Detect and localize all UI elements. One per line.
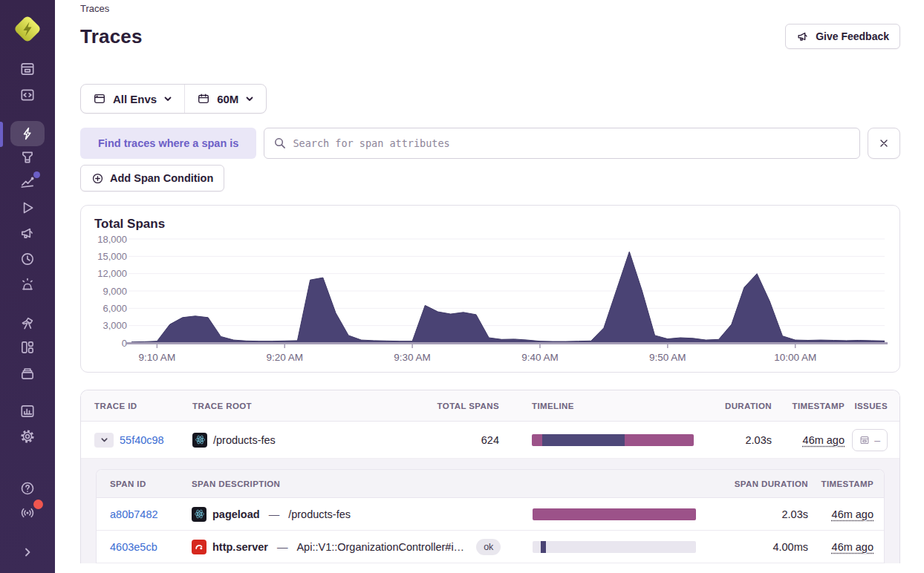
sidebar-item-profiling[interactable] — [10, 146, 45, 168]
dashboard-icon — [19, 339, 36, 356]
sidebar-item-stats[interactable] — [10, 400, 45, 422]
collapse-trace-button[interactable] — [94, 433, 114, 448]
stats-icon — [19, 403, 36, 419]
col-total-spans: TOTAL SPANS — [410, 402, 499, 410]
active-nav-indicator — [0, 122, 3, 147]
chevron-down-icon — [245, 94, 254, 103]
col-span-duration: SPAN DURATION — [689, 479, 808, 488]
sidebar-item-settings[interactable] — [10, 425, 45, 448]
trace-row: 55f40c98 /products-fes 624 2.03s 46m ago — [81, 422, 899, 459]
span-op: pageload — [212, 508, 260, 520]
svg-text:15,000: 15,000 — [97, 251, 127, 262]
megaphone-icon — [796, 30, 810, 43]
sidebar-item-whats-new[interactable] — [10, 502, 45, 524]
clock-history-icon — [19, 251, 36, 267]
sidebar-collapse-button[interactable] — [10, 541, 45, 563]
total-spans-panel: Total Spans 03,0006,0009,00012,00015,000… — [80, 205, 900, 373]
span-id-link[interactable]: 4603e5cb — [110, 541, 157, 553]
sidebar-item-releases[interactable] — [10, 248, 45, 270]
plus-circle-icon — [91, 172, 104, 185]
chart-title: Total Spans — [94, 217, 886, 232]
svg-text:18,000: 18,000 — [97, 234, 127, 245]
col-span-timestamp: TIMESTAMP — [808, 479, 873, 488]
issues-count: – — [874, 434, 880, 446]
sidebar-item-issues[interactable] — [10, 58, 45, 80]
whats-new-notification-dot — [33, 500, 43, 509]
issues-icon — [859, 435, 870, 445]
col-issues: ISSUES — [845, 402, 888, 410]
telescope-icon — [19, 315, 36, 331]
sidebar-item-feedback[interactable] — [10, 222, 45, 244]
total-spans-value: 624 — [410, 434, 499, 446]
add-span-condition-button[interactable]: Add Span Condition — [80, 165, 224, 191]
sidebar-item-discover[interactable] — [10, 312, 45, 334]
traces-table-header: TRACE ID TRACE ROOT TOTAL SPANS TIMELINE… — [81, 390, 899, 422]
gear-icon — [19, 428, 36, 445]
span-id-link[interactable]: a80b7482 — [110, 508, 158, 520]
trace-root-label: /products-fes — [213, 434, 276, 446]
main-content: Traces Traces Give Feedback All Envs 60M… — [55, 0, 924, 573]
clear-search-button[interactable] — [868, 128, 900, 159]
lightning-icon — [20, 126, 35, 141]
megaphone-icon — [19, 225, 36, 241]
span-separator: — — [277, 541, 288, 553]
svg-text:9:40 AM: 9:40 AM — [521, 352, 559, 363]
sidebar-item-alerts[interactable] — [10, 273, 45, 295]
span-timestamp[interactable]: 46m ago — [832, 541, 873, 553]
span-description: Api::V1::OrganizationController#i… — [296, 541, 464, 553]
issues-icon — [19, 61, 36, 77]
flashlight-icon — [19, 149, 36, 166]
col-trace-id: TRACE ID — [94, 402, 192, 410]
col-trace-root: TRACE ROOT — [192, 402, 410, 410]
sidebar-item-archive[interactable] — [10, 362, 45, 384]
filter-bar: All Envs 60M — [80, 84, 267, 114]
span-search-row: Find traces where a span is — [80, 128, 900, 159]
breadcrumb[interactable]: Traces — [80, 3, 109, 14]
logo-diamond-icon — [11, 13, 44, 45]
span-description: /products-fes — [288, 508, 351, 520]
col-span-id: SPAN ID — [110, 479, 192, 488]
col-duration: DURATION — [694, 402, 772, 410]
calendar-icon — [197, 92, 210, 105]
chevron-down-icon — [100, 436, 108, 444]
app-root: Traces Traces Give Feedback All Envs 60M… — [0, 0, 924, 573]
trace-id-link[interactable]: 55f40c98 — [120, 434, 164, 446]
sidebar-item-help[interactable] — [10, 477, 45, 500]
find-traces-label: Find traces where a span is — [80, 128, 256, 159]
sidebar-item-dashboards[interactable] — [10, 336, 45, 358]
svg-text:9:30 AM: 9:30 AM — [394, 352, 431, 363]
question-icon — [19, 480, 36, 497]
react-platform-icon — [192, 433, 207, 448]
svg-text:9,000: 9,000 — [103, 286, 127, 297]
trace-issues-button[interactable]: – — [852, 429, 888, 451]
span-duration: 2.03s — [689, 508, 808, 520]
sidebar-item-projects[interactable] — [10, 84, 45, 106]
sidebar-item-metrics[interactable] — [10, 171, 45, 194]
svg-text:12,000: 12,000 — [97, 268, 127, 279]
span-attributes-search-input[interactable] — [264, 128, 860, 159]
col-timeline: TIMELINE — [499, 402, 694, 410]
traces-table: TRACE ID TRACE ROOT TOTAL SPANS TIMELINE… — [80, 390, 900, 563]
environment-filter[interactable]: All Envs — [81, 85, 184, 113]
close-icon — [878, 137, 890, 149]
chevron-right-icon — [20, 545, 35, 560]
trace-timeline-bar[interactable] — [532, 434, 694, 446]
metrics-notification-dot — [33, 171, 40, 178]
window-icon — [93, 92, 106, 105]
broadcast-icon — [19, 505, 36, 521]
ruby-platform-icon — [192, 540, 206, 554]
give-feedback-button[interactable]: Give Feedback — [785, 24, 900, 49]
sidebar — [0, 0, 55, 573]
time-range-filter[interactable]: 60M — [185, 85, 266, 113]
react-platform-icon — [192, 507, 206, 522]
app-logo[interactable] — [0, 0, 55, 58]
trace-timestamp[interactable]: 46m ago — [803, 434, 845, 446]
span-timestamp[interactable]: 46m ago — [832, 508, 873, 520]
search-icon — [273, 136, 287, 150]
total-spans-chart[interactable]: 03,0006,0009,00012,00015,00018,0009:10 A… — [94, 233, 888, 365]
svg-text:3,000: 3,000 — [103, 320, 127, 331]
sidebar-item-replays[interactable] — [10, 197, 45, 219]
spans-table: SPAN ID SPAN DESCRIPTION SPAN DURATION T… — [96, 469, 885, 563]
span-status-badge: ok — [476, 539, 501, 555]
sidebar-item-performance[interactable] — [10, 121, 45, 146]
